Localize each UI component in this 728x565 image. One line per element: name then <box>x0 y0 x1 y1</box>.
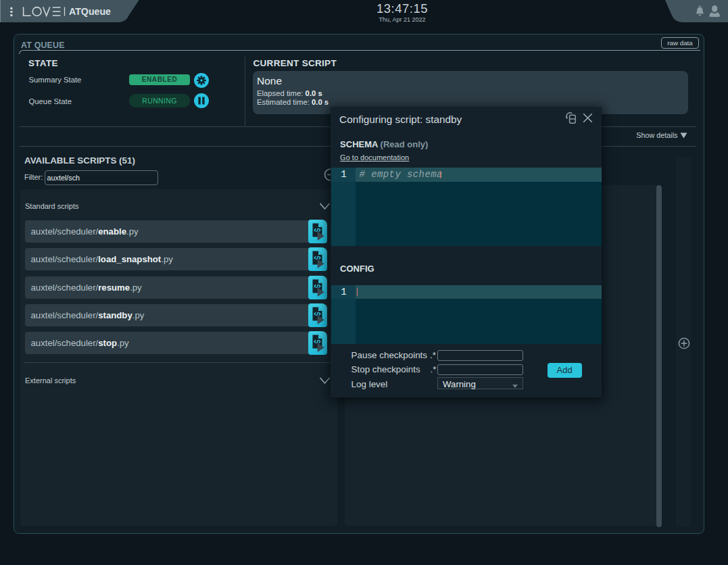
svg-text:ATQueue: ATQueue <box>69 6 111 17</box>
